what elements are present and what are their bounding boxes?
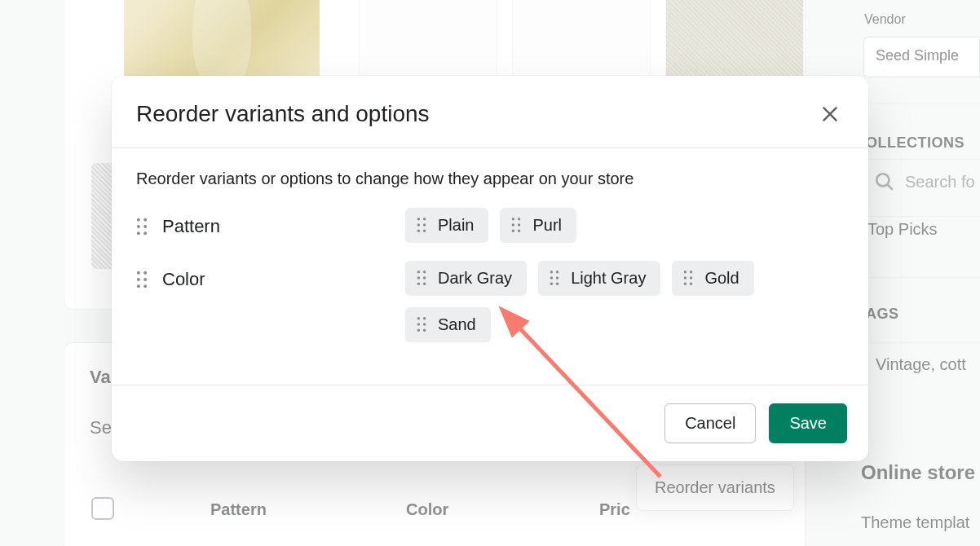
chip-label: Light Gray — [571, 269, 646, 288]
drag-handle-icon[interactable] — [511, 217, 523, 235]
svg-point-41 — [690, 271, 692, 273]
modal-description: Reorder variants or options to change ho… — [136, 170, 844, 188]
svg-point-7 — [143, 225, 147, 228]
cancel-button[interactable]: Cancel — [664, 403, 756, 443]
drag-handle-icon[interactable] — [136, 218, 148, 236]
drag-handle-icon[interactable] — [136, 271, 148, 288]
svg-point-6 — [137, 225, 140, 228]
svg-point-28 — [417, 271, 420, 273]
svg-point-37 — [556, 276, 558, 279]
svg-point-43 — [690, 276, 692, 279]
svg-point-38 — [550, 282, 553, 284]
svg-point-31 — [423, 276, 426, 279]
chip-label: Purl — [532, 216, 562, 235]
svg-point-11 — [423, 218, 426, 220]
svg-point-4 — [137, 218, 140, 222]
value-chip[interactable]: Gold — [672, 261, 753, 296]
svg-point-26 — [137, 284, 140, 288]
svg-point-20 — [512, 229, 514, 231]
svg-point-51 — [423, 328, 426, 331]
svg-point-36 — [550, 276, 553, 279]
svg-point-24 — [137, 278, 140, 281]
save-button[interactable]: Save — [769, 403, 847, 443]
svg-point-18 — [512, 223, 514, 226]
svg-point-32 — [417, 282, 420, 284]
svg-point-12 — [417, 223, 420, 226]
option-label[interactable]: Color — [136, 261, 405, 290]
svg-point-19 — [518, 223, 520, 226]
chip-label: Dark Gray — [438, 269, 512, 288]
value-chip[interactable]: Sand — [405, 307, 491, 342]
chip-label: Sand — [438, 315, 476, 334]
svg-point-33 — [423, 282, 426, 284]
svg-point-27 — [143, 284, 147, 288]
svg-point-47 — [423, 317, 426, 319]
svg-point-50 — [417, 328, 420, 331]
modal-title: Reorder variants and options — [136, 101, 430, 127]
svg-point-8 — [137, 231, 140, 235]
svg-point-45 — [690, 282, 692, 284]
svg-point-35 — [556, 271, 558, 273]
option-label[interactable]: Pattern — [136, 208, 405, 237]
chip-label: Gold — [704, 269, 739, 288]
svg-point-22 — [137, 271, 140, 275]
svg-point-39 — [556, 282, 558, 284]
svg-point-9 — [143, 231, 147, 235]
svg-point-5 — [143, 218, 147, 222]
value-chip[interactable]: Plain — [405, 208, 488, 243]
value-chip[interactable]: Purl — [500, 208, 576, 243]
svg-point-48 — [417, 323, 420, 325]
option-name: Pattern — [162, 216, 220, 237]
svg-point-40 — [684, 271, 686, 273]
option-name: Color — [162, 269, 205, 290]
option-row-color: Color Dark Gray Light Gray Gold Sand — [136, 261, 844, 342]
reorder-variants-modal: Reorder variants and options Reorder var… — [112, 76, 868, 461]
svg-point-30 — [417, 276, 420, 279]
svg-point-16 — [512, 218, 514, 220]
svg-point-23 — [143, 271, 147, 275]
drag-handle-icon[interactable] — [417, 270, 428, 288]
svg-point-44 — [684, 282, 686, 284]
svg-point-15 — [423, 229, 426, 231]
value-chip[interactable]: Dark Gray — [405, 261, 527, 296]
value-chip[interactable]: Light Gray — [538, 261, 660, 296]
svg-point-10 — [417, 218, 420, 220]
svg-point-42 — [684, 276, 686, 279]
chip-label: Plain — [438, 216, 474, 235]
drag-handle-icon[interactable] — [417, 217, 428, 235]
drag-handle-icon[interactable] — [683, 270, 695, 288]
svg-point-14 — [417, 229, 420, 231]
svg-point-34 — [550, 271, 553, 273]
svg-point-46 — [417, 317, 420, 319]
close-button[interactable] — [816, 100, 844, 128]
svg-point-17 — [518, 218, 520, 220]
svg-point-13 — [423, 223, 426, 226]
svg-point-25 — [143, 278, 147, 281]
option-row-pattern: Pattern Plain Purl — [136, 208, 844, 243]
svg-point-21 — [518, 229, 520, 231]
close-icon — [819, 103, 841, 125]
svg-point-49 — [423, 323, 426, 325]
drag-handle-icon[interactable] — [417, 316, 428, 334]
drag-handle-icon[interactable] — [550, 270, 561, 288]
svg-point-29 — [423, 271, 426, 273]
